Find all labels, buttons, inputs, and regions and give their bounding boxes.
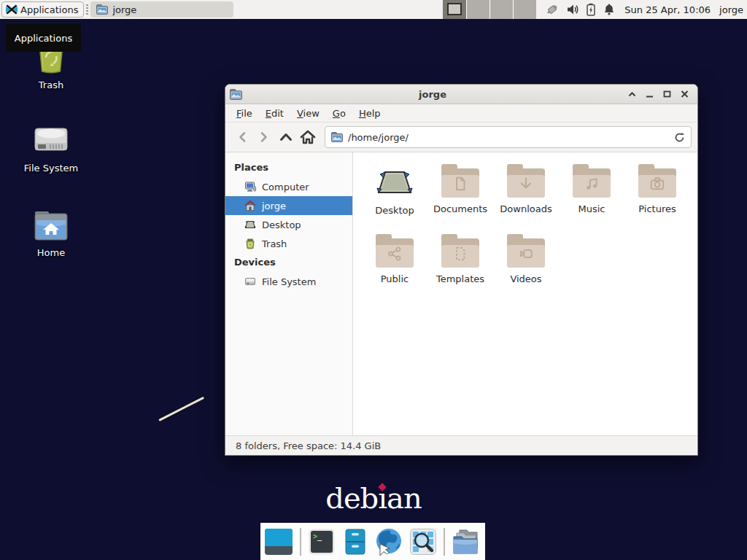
documents-emblem-icon	[452, 176, 468, 192]
downloads-emblem-icon	[518, 176, 534, 192]
sidebar-item-label: jorge	[262, 201, 286, 211]
applications-tooltip: Applications	[6, 24, 81, 52]
menu-file[interactable]: File	[230, 106, 259, 121]
xfce-applications-icon	[6, 4, 18, 15]
show-desktop-button[interactable]	[264, 526, 294, 557]
sidebar-item-trash[interactable]: Trash	[225, 234, 352, 253]
globe-browser-icon	[374, 526, 404, 557]
clock[interactable]: Sun 25 Apr, 10:06	[624, 4, 711, 15]
file-item-music[interactable]: Music	[559, 164, 624, 234]
toolbar: /home/jorge/	[225, 122, 697, 152]
app-finder-launcher[interactable]	[408, 526, 438, 557]
file-label: Downloads	[500, 203, 551, 214]
taskbar-window-button[interactable]: jorge	[90, 1, 233, 18]
shade-button[interactable]	[623, 86, 640, 102]
dock-separator	[444, 528, 445, 556]
desktop-icon-label: File System	[7, 163, 95, 174]
desktop-file-icon	[376, 166, 414, 199]
window-titlebar-icon	[230, 89, 242, 100]
hard-drive-icon	[33, 122, 69, 158]
file-label: Templates	[436, 273, 484, 284]
file-item-documents[interactable]: Documents	[427, 164, 493, 234]
status-text: 8 folders, Free space: 14.4 GiB	[236, 440, 381, 451]
desktop-icon-home[interactable]: Home	[7, 210, 95, 258]
pictures-emblem-icon	[649, 176, 665, 192]
battery-icon[interactable]	[586, 3, 596, 16]
menu-view[interactable]: View	[290, 106, 326, 121]
file-item-templates[interactable]: Templates	[427, 234, 493, 304]
file-item-downloads[interactable]: Downloads	[493, 164, 559, 234]
sidebar-item-label: File System	[262, 276, 316, 287]
close-icon	[681, 90, 689, 98]
back-icon	[238, 131, 247, 143]
workspace-4[interactable]	[513, 0, 536, 19]
path-text[interactable]: /home/jorge/	[348, 132, 669, 143]
forward-button[interactable]	[253, 126, 275, 148]
notifications-bell-icon[interactable]	[603, 3, 616, 16]
sidebar-item-computer[interactable]: Computer	[225, 177, 352, 196]
workspace-1[interactable]	[443, 0, 466, 19]
forward-icon	[260, 131, 268, 143]
svg-text:_: _	[317, 532, 322, 541]
debian-logo-text-end: an	[387, 481, 422, 515]
desktop-icon-label: Trash	[7, 79, 95, 90]
workspace-switcher	[443, 0, 536, 19]
drive-icon	[244, 276, 256, 287]
folder-stack-icon	[451, 527, 481, 556]
terminal-launcher[interactable]: > _	[307, 526, 337, 557]
maximize-button[interactable]	[658, 86, 676, 102]
applications-menu-button[interactable]: Applications	[1, 1, 84, 18]
desktop-place-icon	[244, 219, 256, 230]
debian-logo-text: deb	[325, 481, 378, 515]
sidebar-item-label: Computer	[262, 182, 309, 192]
network-plug-icon[interactable]	[545, 3, 560, 16]
web-browser-launcher[interactable]	[374, 526, 404, 557]
directory-menu-button[interactable]	[451, 526, 481, 557]
file-manager-launcher[interactable]	[341, 526, 371, 557]
file-label: Public	[381, 273, 409, 284]
sidebar-item-jorge[interactable]: jorge	[225, 196, 352, 215]
menu-go[interactable]: Go	[326, 106, 352, 121]
titlebar[interactable]: jorge	[225, 85, 697, 104]
path-bar[interactable]: /home/jorge/	[325, 126, 692, 148]
close-button[interactable]	[676, 86, 693, 102]
sidebar-devices-header: Devices	[225, 253, 352, 272]
panel-handle[interactable]	[86, 4, 88, 15]
file-label: Desktop	[375, 205, 414, 216]
file-item-videos[interactable]: Videos	[493, 234, 559, 304]
back-button[interactable]	[231, 126, 253, 148]
trash-place-icon	[244, 238, 256, 249]
debian-logo: debıan	[0, 481, 747, 515]
file-item-public[interactable]: Public	[362, 234, 427, 304]
menu-edit[interactable]: Edit	[259, 106, 290, 121]
file-item-desktop[interactable]: Desktop	[362, 164, 427, 234]
sidebar: Places Computer jorge	[225, 152, 353, 435]
system-tray	[545, 3, 616, 16]
folder-window-icon	[96, 4, 108, 15]
sidebar-places-header: Places	[225, 158, 352, 177]
templates-emblem-icon	[452, 246, 468, 262]
path-folder-icon	[331, 132, 343, 142]
window-title: jorge	[242, 89, 623, 100]
volume-icon[interactable]	[566, 3, 579, 16]
desktop-icon-file-system[interactable]: File System	[7, 122, 95, 174]
minimize-icon	[646, 91, 654, 98]
top-panel: Applications jorge	[0, 0, 747, 19]
workspace-2[interactable]	[466, 0, 489, 19]
file-manager-window: jorge File Edit View Go Help	[225, 84, 698, 456]
menubar: File Edit View Go Help	[225, 104, 697, 122]
sidebar-item-file-system[interactable]: File System	[225, 272, 352, 291]
dock-separator	[300, 528, 301, 556]
file-item-pictures[interactable]: Pictures	[624, 164, 690, 234]
maximize-icon	[663, 90, 671, 98]
reload-icon[interactable]	[674, 132, 685, 143]
menu-help[interactable]: Help	[352, 106, 387, 121]
home-button[interactable]	[297, 126, 319, 148]
workspace-window-preview	[447, 3, 462, 15]
file-label: Pictures	[638, 203, 676, 214]
workspace-3[interactable]	[489, 0, 513, 19]
up-button[interactable]	[275, 126, 297, 148]
panel-user-label[interactable]: jorge	[719, 4, 743, 15]
sidebar-item-desktop[interactable]: Desktop	[225, 215, 352, 234]
minimize-button[interactable]	[640, 86, 658, 102]
